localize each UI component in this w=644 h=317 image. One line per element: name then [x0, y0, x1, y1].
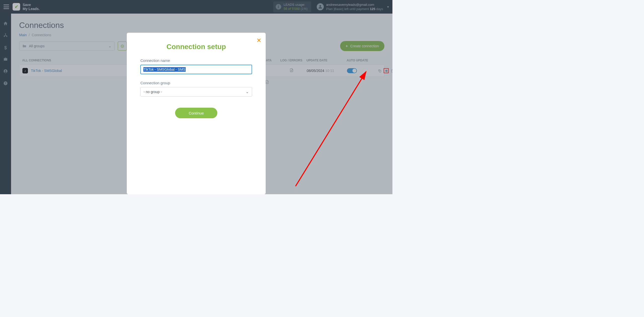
connection-name-label: Connection name: [140, 58, 252, 63]
connection-name-input[interactable]: TikTok - SMSGlobal - SMS: [140, 65, 252, 74]
chevron-down-icon: ⌄: [246, 90, 249, 94]
modal-title: Connection setup: [140, 43, 252, 51]
connection-setup-modal: ✕ Connection setup Connection name TikTo…: [127, 33, 266, 194]
close-icon[interactable]: ✕: [257, 37, 261, 44]
connection-group-label: Connection group: [140, 81, 252, 85]
modal-overlay: ✕ Connection setup Connection name TikTo…: [0, 0, 392, 194]
continue-button[interactable]: Continue: [175, 108, 217, 118]
connection-group-select[interactable]: - no group - ⌄: [140, 87, 252, 97]
